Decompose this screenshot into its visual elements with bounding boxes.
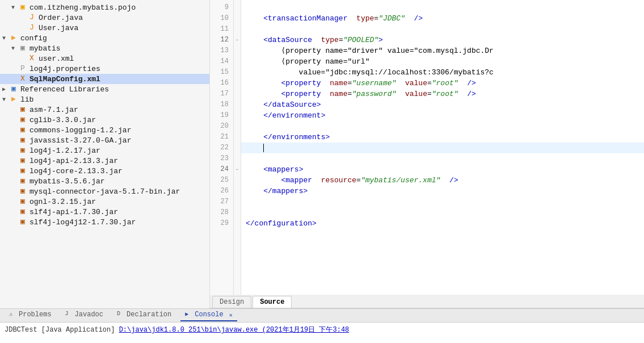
tree-icon-xml: X bbox=[18, 74, 27, 83]
tree-icon-java: J bbox=[27, 13, 36, 22]
line-number-19: 19 bbox=[210, 110, 233, 121]
editor-tab-source[interactable]: Source bbox=[252, 296, 292, 308]
sidebar-item-ognl-jar[interactable]: ▣ognl-3.2.15.jar bbox=[0, 196, 209, 207]
sidebar-item-slf4j-log-jar[interactable]: ▣slf4j-log4j12-1.7.30.jar bbox=[0, 217, 209, 227]
fold-indicator-14 bbox=[234, 56, 241, 67]
code-line-27 bbox=[241, 196, 644, 207]
console-tab-icon-declaration: D bbox=[117, 311, 125, 319]
fold-indicators: −− bbox=[234, 0, 241, 295]
tree-icon-ref: ▣ bbox=[9, 85, 18, 94]
sidebar-item-pojo-pkg[interactable]: ▼▣com.itzheng.mybatis.pojo bbox=[0, 2, 209, 12]
console-tab-label-problems: Problems bbox=[19, 311, 52, 319]
code-line-17: <property name="password" value="root" /… bbox=[241, 89, 644, 99]
code-line-16: <property name="username" value="root" /… bbox=[241, 78, 644, 89]
code-line-10: <transactionManager type="JDBC" /> bbox=[241, 13, 644, 24]
sidebar-item-log4j-jar[interactable]: ▣log4j-1.2.17.jar bbox=[0, 145, 209, 156]
tree-label-sqlmapconfig-xml: SqlMapConfig.xml bbox=[30, 75, 100, 83]
tree-icon-package: ▣ bbox=[18, 3, 27, 12]
tree-icon-jar: ▣ bbox=[18, 177, 27, 186]
console-tab-label-javadoc: Javadoc bbox=[75, 311, 103, 319]
tree-icon-jar: ▣ bbox=[18, 156, 27, 165]
sidebar-item-log4j-api-jar[interactable]: ▣log4j-api-2.13.3.jar bbox=[0, 156, 209, 166]
tree-arrow-ref-libs: ▶ bbox=[2, 86, 9, 93]
sidebar-item-mybatis-jar[interactable]: ▣mybatis-3.5.6.jar bbox=[0, 176, 209, 186]
main-container: ▼▣com.itzheng.mybatis.pojo JOrder.java J… bbox=[0, 0, 644, 308]
tree-label-cglib-jar: cglib-3.3.0.jar bbox=[30, 116, 96, 124]
console-tabs: ⚠ProblemsJJavadocDDeclaration▶Console ✕ bbox=[0, 309, 644, 323]
line-number-21: 21 bbox=[210, 132, 233, 143]
fold-indicator-9 bbox=[234, 2, 241, 13]
line-number-24: 24 bbox=[210, 164, 233, 175]
line-number-23: 23 bbox=[210, 153, 233, 164]
line-number-20: 20 bbox=[210, 121, 233, 132]
console-tab-javadoc[interactable]: JJavadoc bbox=[61, 309, 108, 321]
bottom-area: ⚠ProblemsJJavadocDDeclaration▶Console ✕ … bbox=[0, 308, 644, 343]
sidebar-item-javassist-jar[interactable]: ▣javassist-3.27.0-GA.jar bbox=[0, 135, 209, 145]
sidebar-item-log4j-prop[interactable]: Plog4j.properties bbox=[0, 64, 209, 74]
line-number-12: 12 bbox=[210, 35, 233, 45]
tree-icon-jar: ▣ bbox=[18, 166, 27, 175]
line-number-9: 9 bbox=[210, 2, 233, 13]
sidebar-item-sqlmapconfig-xml[interactable]: XSqlMapConfig.xml bbox=[0, 74, 209, 84]
tree-icon-jar: ▣ bbox=[18, 217, 27, 227]
tree-label-log4j-api-jar: log4j-api-2.13.3.jar bbox=[30, 157, 118, 165]
code-line-21: </environments> bbox=[241, 132, 644, 143]
fold-indicator-28 bbox=[234, 207, 241, 218]
code-line-26: </mappers> bbox=[241, 186, 644, 196]
line-number-15: 15 bbox=[210, 67, 233, 78]
tree-icon-prop: P bbox=[18, 64, 27, 73]
tree-label-log4j-prop: log4j.properties bbox=[30, 65, 100, 73]
fold-indicator-13 bbox=[234, 45, 241, 56]
console-tab-console[interactable]: ▶Console ✕ bbox=[180, 309, 237, 321]
line-number-11: 11 bbox=[210, 24, 233, 35]
fold-indicator-26 bbox=[234, 186, 241, 196]
code-line-14: ⟨property name="url" bbox=[241, 56, 644, 67]
sidebar-item-slf4j-api-jar[interactable]: ▣slf4j-api-1.7.30.jar bbox=[0, 207, 209, 217]
tree-label-lib-folder: lib bbox=[20, 95, 33, 104]
code-line-24: <mappers> bbox=[241, 164, 644, 175]
console-close-icon[interactable]: ✕ bbox=[226, 312, 233, 319]
code-line-9 bbox=[241, 2, 644, 13]
fold-indicator-21 bbox=[234, 132, 241, 143]
fold-indicator-19 bbox=[234, 110, 241, 121]
fold-indicator-15 bbox=[234, 67, 241, 78]
fold-indicator-12[interactable]: − bbox=[234, 35, 241, 45]
sidebar-item-mysql-jar[interactable]: ▣mysql-connector-java-5.1.7-bin.jar bbox=[0, 186, 209, 196]
sidebar-item-log4j-core-jar[interactable]: ▣log4j-core-2.13.3.jar bbox=[0, 166, 209, 176]
tree-icon-jar: ▣ bbox=[18, 126, 27, 135]
tree-arrow-lib-folder: ▼ bbox=[2, 97, 9, 103]
sidebar-item-lib-folder[interactable]: ▼▶lib bbox=[0, 94, 209, 104]
console-tab-label-console: Console bbox=[195, 311, 223, 319]
sidebar-item-commons-jar[interactable]: ▣commons-logging-1.2.jar bbox=[0, 125, 209, 135]
sidebar-item-asm-jar[interactable]: ▣asm-7.1.jar bbox=[0, 104, 209, 115]
sidebar-item-user-xml[interactable]: Xuser.xml bbox=[0, 53, 209, 64]
tree-label-config-folder: config bbox=[20, 34, 47, 43]
tree-icon-config: ▣ bbox=[18, 44, 27, 53]
console-terminated-text: JDBCTest [Java Application] bbox=[5, 326, 119, 334]
fold-indicator-25 bbox=[234, 175, 241, 186]
tree-label-ref-libs: Referenced Libraries bbox=[20, 85, 109, 94]
sidebar: ▼▣com.itzheng.mybatis.pojo JOrder.java J… bbox=[0, 0, 210, 308]
tree-label-mybatis-jar: mybatis-3.5.6.jar bbox=[30, 177, 105, 186]
editor-tabs: DesignSource bbox=[210, 295, 644, 308]
code-lines: <transactionManager type="JDBC" /> <data… bbox=[241, 0, 644, 295]
fold-indicator-24[interactable]: − bbox=[234, 164, 241, 175]
tree-icon-java: J bbox=[27, 23, 36, 32]
code-line-15: value="jdbc:mysql://localhost:3306/mybat… bbox=[241, 67, 644, 78]
console-tab-declaration[interactable]: DDeclaration bbox=[112, 309, 176, 321]
sidebar-item-ref-libs[interactable]: ▶▣Referenced Libraries bbox=[0, 84, 209, 94]
console-path-link[interactable]: D:\java\jdk1.8.0_251\bin\javaw.exe (2021… bbox=[119, 326, 350, 334]
tree-icon-jar: ▣ bbox=[18, 105, 27, 114]
sidebar-item-config-folder[interactable]: ▼▶config bbox=[0, 33, 209, 43]
editor-tab-design[interactable]: Design bbox=[212, 296, 251, 308]
tree-label-mysql-jar: mysql-connector-java-5.1.7-bin.jar bbox=[30, 187, 180, 196]
line-number-22: 22 bbox=[210, 143, 233, 153]
line-number-10: 10 bbox=[210, 13, 233, 24]
tree-icon-jar: ▣ bbox=[18, 115, 27, 124]
sidebar-item-user-java[interactable]: JUser.java bbox=[0, 23, 209, 33]
line-numbers: 9101112131415161718192021222324252627282… bbox=[210, 0, 234, 295]
console-tab-problems[interactable]: ⚠Problems bbox=[5, 309, 56, 321]
sidebar-item-order-java[interactable]: JOrder.java bbox=[0, 12, 209, 23]
sidebar-item-cglib-jar[interactable]: ▣cglib-3.3.0.jar bbox=[0, 115, 209, 125]
sidebar-item-mybatis-folder[interactable]: ▼▣mybatis bbox=[0, 43, 209, 53]
